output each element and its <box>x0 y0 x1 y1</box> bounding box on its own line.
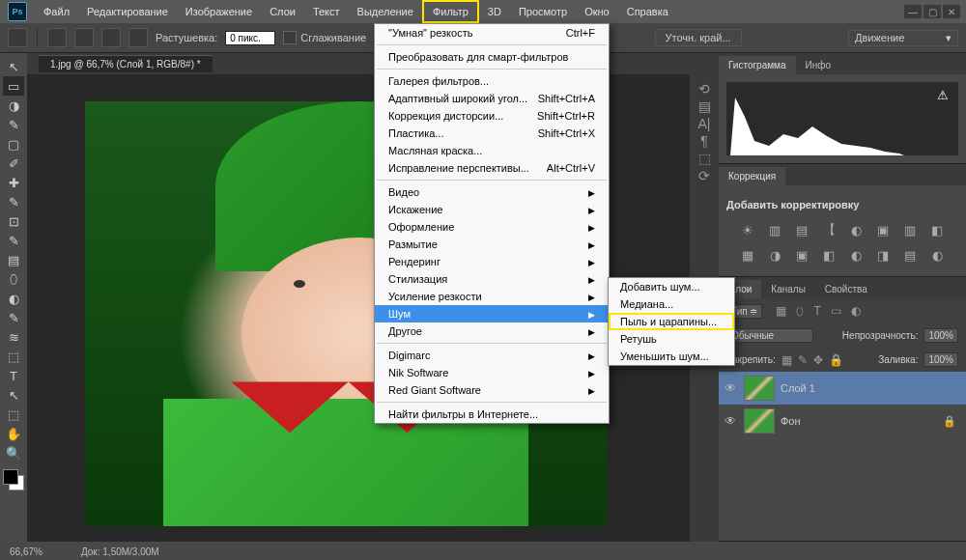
tool-17[interactable]: ↖ <box>3 385 24 405</box>
adjustment-icon-8[interactable]: ▦ <box>739 247 756 263</box>
adjustment-icon-6[interactable]: ▥ <box>901 222 919 238</box>
menu-item[interactable]: Исправление перспективы...Alt+Ctrl+V <box>375 159 609 177</box>
tool-13[interactable]: ✎ <box>3 308 24 327</box>
menu-текст[interactable]: Текст <box>304 2 349 21</box>
fg-color-swatch[interactable] <box>3 469 18 485</box>
marquee-add-icon[interactable] <box>74 28 94 47</box>
close-button[interactable]: ✕ <box>943 5 960 18</box>
tool-12[interactable]: ◐ <box>3 289 24 308</box>
menu-файл[interactable]: Файл <box>35 2 78 21</box>
adjustment-icon-14[interactable]: ▤ <box>901 247 919 263</box>
menu-item[interactable]: Искажение▶ <box>375 201 609 218</box>
tool-16[interactable]: T <box>3 366 24 385</box>
fill-input[interactable]: 100% <box>923 352 958 367</box>
adjustment-icon-5[interactable]: ▣ <box>874 222 892 238</box>
layer-row[interactable]: 👁Фон🔒 <box>719 405 966 437</box>
tool-6[interactable]: ✚ <box>3 173 24 192</box>
layer-filter-icon-1[interactable]: ⬯ <box>796 304 804 318</box>
menu-item[interactable]: Адаптивный широкий угол...Shift+Ctrl+A <box>375 90 609 107</box>
menu-изображение[interactable]: Изображение <box>177 2 261 21</box>
layer-filter-icon-3[interactable]: ▭ <box>831 304 841 318</box>
menu-item[interactable]: Размытие▶ <box>375 236 609 253</box>
tool-5[interactable]: ✐ <box>3 154 24 173</box>
opacity-input[interactable]: 100% <box>923 328 958 343</box>
adjustment-icon-4[interactable]: ◐ <box>847 222 865 238</box>
dock-icon-0[interactable]: ⟲ <box>695 80 714 98</box>
layer-thumbnail[interactable] <box>744 376 775 401</box>
marquee-sub-icon[interactable] <box>101 28 121 47</box>
tool-9[interactable]: ✎ <box>3 231 24 250</box>
menu-item[interactable]: Оформление▶ <box>375 218 609 236</box>
adjustment-icon-1[interactable]: ▥ <box>766 222 783 238</box>
layer-filter-icon-0[interactable]: ▦ <box>776 304 786 318</box>
lock-transparency-icon[interactable]: ▦ <box>781 353 792 367</box>
menu-3d[interactable]: 3D <box>479 2 510 21</box>
lock-pixels-icon[interactable]: ✎ <box>798 353 808 367</box>
tool-3[interactable]: ✎ <box>3 115 24 134</box>
tool-4[interactable]: ▢ <box>3 134 24 154</box>
menu-item[interactable]: Усиление резкости▶ <box>375 288 609 305</box>
antialias-check[interactable]: Сглаживание <box>283 31 366 44</box>
minimize-button[interactable]: — <box>904 5 922 18</box>
adjustment-icon-11[interactable]: ◧ <box>820 247 838 263</box>
menu-слои[interactable]: Слои <box>261 2 304 21</box>
dock-icon-5[interactable]: ⟳ <box>695 167 714 184</box>
adjustment-icon-10[interactable]: ▣ <box>793 247 810 263</box>
tool-1[interactable]: ▭ <box>3 76 24 96</box>
lock-position-icon[interactable]: ✥ <box>813 353 823 367</box>
feather-input[interactable] <box>225 31 275 45</box>
layer-filter-icon-2[interactable]: T <box>813 304 820 318</box>
document-tab[interactable]: 1.jpg @ 66,7% (Слой 1, RGB/8#) * <box>39 55 213 72</box>
submenu-item[interactable]: Медиана... <box>609 295 734 313</box>
tab-info[interactable]: Инфо <box>796 56 841 74</box>
tool-14[interactable]: ≋ <box>3 327 24 347</box>
dock-icon-1[interactable]: ▤ <box>695 98 714 115</box>
menu-фильтр[interactable]: Фильтр <box>422 0 479 23</box>
menu-item[interactable]: "Умная" резкостьCtrl+F <box>375 24 609 42</box>
visibility-icon[interactable]: 👁 <box>723 381 738 395</box>
dock-icon-2[interactable]: A| <box>695 115 714 132</box>
histogram-warning-icon[interactable]: ⚠ <box>937 88 949 102</box>
tool-0[interactable]: ↖ <box>3 57 24 76</box>
submenu-item[interactable]: Пыль и царапины... <box>609 313 734 330</box>
workspace-select[interactable]: Движение▾ <box>848 30 958 46</box>
menu-item[interactable]: Стилизация▶ <box>375 270 609 288</box>
menu-окно[interactable]: Окно <box>576 2 618 21</box>
tab-histogram[interactable]: Гистограмма <box>719 56 796 74</box>
tool-2[interactable]: ◑ <box>3 96 24 115</box>
layer-row[interactable]: 👁Слой 1 <box>719 372 966 405</box>
adjustment-icon-13[interactable]: ◨ <box>874 247 892 263</box>
blend-mode-select[interactable]: Обычные <box>726 328 813 343</box>
menu-item[interactable]: Шум▶ <box>375 305 609 322</box>
lock-all-icon[interactable]: 🔒 <box>829 353 843 367</box>
menu-item[interactable]: Digimarc▶ <box>375 347 609 364</box>
menu-item[interactable]: Найти фильтры в Интернете... <box>375 406 609 423</box>
dock-icon-3[interactable]: ¶ <box>695 132 714 150</box>
layer-thumbnail[interactable] <box>744 408 775 434</box>
tool-10[interactable]: ▤ <box>3 250 24 269</box>
tool-8[interactable]: ⊡ <box>3 211 24 231</box>
zoom-level[interactable]: 66,67% <box>10 546 43 557</box>
menu-справка[interactable]: Справка <box>618 2 677 21</box>
color-swatches[interactable] <box>3 469 24 490</box>
tool-preset-icon[interactable] <box>8 28 27 47</box>
menu-item[interactable]: Рендеринг▶ <box>375 253 609 270</box>
adjustment-icon-7[interactable]: ◧ <box>928 222 946 238</box>
tab-adjustments[interactable]: Коррекция <box>719 167 785 185</box>
submenu-item[interactable]: Ретушь <box>609 330 734 348</box>
adjustment-icon-3[interactable]: 【 <box>820 222 838 238</box>
menu-item[interactable]: Пластика...Shift+Ctrl+X <box>375 125 609 142</box>
tool-19[interactable]: ✋ <box>3 424 24 443</box>
tool-20[interactable]: 🔍 <box>3 443 24 462</box>
adjustment-icon-0[interactable]: ☀ <box>739 222 756 238</box>
menu-редактирование[interactable]: Редактирование <box>78 2 177 21</box>
menu-item[interactable]: Преобразовать для смарт-фильтров <box>375 48 609 66</box>
marquee-int-icon[interactable] <box>128 28 148 47</box>
menu-item[interactable]: Видео▶ <box>375 183 609 201</box>
submenu-item[interactable]: Добавить шум... <box>609 278 734 295</box>
tab-properties[interactable]: Свойства <box>815 280 877 298</box>
visibility-icon[interactable]: 👁 <box>723 414 738 428</box>
menu-item[interactable]: Другое▶ <box>375 322 609 340</box>
dock-icon-4[interactable]: ⬚ <box>695 150 714 167</box>
tool-18[interactable]: ⬚ <box>3 405 24 424</box>
